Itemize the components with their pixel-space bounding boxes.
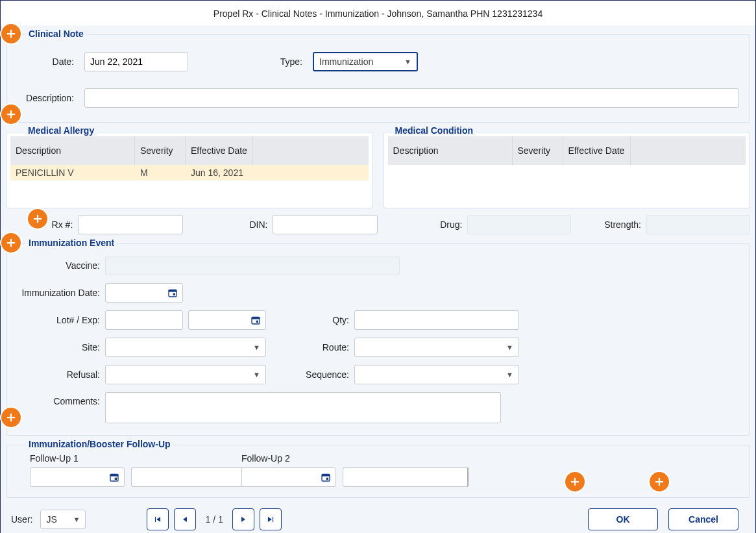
rx-field[interactable]: [78, 215, 183, 234]
table-header: Description Severity Effective Date: [10, 136, 369, 165]
clinical-note-section: Clinical Note Date: Type: Immunization ▼…: [6, 34, 750, 123]
ok-button[interactable]: OK: [588, 508, 658, 530]
drug-label: Drug:: [383, 219, 462, 230]
col-effective-date: Effective Date: [563, 136, 631, 165]
chevron-down-icon: ▼: [506, 343, 513, 351]
f2-num-input[interactable]: [343, 467, 467, 487]
lot-field[interactable]: [105, 310, 183, 330]
table-row[interactable]: PENICILLIN V M Jun 16, 2021: [10, 165, 369, 180]
sequence-label: Sequence:: [271, 369, 349, 380]
cancel-button[interactable]: Cancel: [668, 508, 738, 530]
hotspot-clinical-note[interactable]: [0, 23, 22, 45]
user-select[interactable]: JS ▼: [40, 510, 86, 529]
hotspot-event[interactable]: [0, 232, 22, 254]
f2-date-field[interactable]: [241, 467, 336, 487]
calendar-icon: [320, 471, 332, 483]
col-spacer: [631, 136, 746, 165]
condition-label: Medical Condition: [393, 125, 476, 136]
refusal-select[interactable]: ▼: [105, 365, 266, 384]
date-field[interactable]: [84, 52, 188, 71]
type-label: Type:: [225, 56, 302, 67]
svg-rect-17: [110, 474, 118, 476]
route-select[interactable]: ▼: [354, 338, 519, 357]
comments-label: Comments:: [17, 392, 100, 406]
col-description: Description: [10, 136, 135, 165]
svg-marker-28: [184, 517, 188, 522]
svg-rect-9: [169, 290, 177, 291]
f2-label: Follow-Up 2: [241, 453, 414, 464]
cell-effective-date: Jun 16, 2021: [186, 167, 253, 178]
svg-rect-20: [322, 474, 330, 476]
comments-field[interactable]: [105, 392, 501, 423]
svg-rect-21: [326, 478, 328, 480]
followup-section: Immunization/Booster Follow-Up Follow-Up…: [6, 445, 750, 498]
drug-field: [467, 215, 571, 234]
nav-first-button[interactable]: [147, 508, 169, 530]
svg-rect-18: [115, 478, 117, 480]
col-severity: Severity: [135, 136, 186, 165]
svg-rect-12: [252, 317, 260, 319]
site-select[interactable]: ▼: [105, 338, 266, 357]
f2-num-stepper[interactable]: ▲ ▼: [343, 467, 414, 487]
pager-text: 1 / 1: [201, 514, 226, 525]
strength-field: [646, 215, 750, 234]
chevron-down-icon: ▼: [253, 343, 260, 351]
route-label: Route:: [271, 342, 349, 353]
hotspot-allergy[interactable]: [0, 103, 22, 125]
condition-table: Description Severity Effective Date: [388, 136, 746, 204]
clinical-note-label: Clinical Note: [26, 29, 86, 39]
svg-marker-30: [268, 517, 272, 522]
footer-row: User: JS ▼ 1 / 1: [6, 498, 750, 533]
site-label: Site:: [17, 342, 100, 353]
imm-date-field[interactable]: [105, 283, 183, 303]
svg-rect-10: [173, 293, 175, 295]
nav-last-button[interactable]: [260, 508, 282, 530]
din-label: DIN:: [188, 219, 267, 230]
f1-date-field[interactable]: [30, 467, 125, 487]
allergy-table: Description Severity Effective Date PENI…: [10, 136, 369, 204]
allergy-label: Medical Allergy: [25, 125, 97, 136]
type-select[interactable]: Immunization ▼: [313, 52, 418, 71]
svg-rect-26: [155, 517, 156, 522]
svg-rect-31: [273, 517, 273, 522]
hotspot-ok[interactable]: [564, 471, 586, 493]
calendar-icon: [250, 314, 262, 326]
user-label: User:: [11, 514, 32, 525]
nav-prev-button[interactable]: [174, 508, 196, 530]
followup-label: Immunization/Booster Follow-Up: [26, 439, 173, 449]
rx-din-row: Rx #: DIN: Drug: Strength:: [6, 208, 750, 234]
calendar-icon: [108, 471, 120, 483]
description-field[interactable]: [84, 88, 739, 108]
table-header: Description Severity Effective Date: [388, 136, 746, 165]
strength-label: Strength:: [576, 219, 641, 230]
din-field[interactable]: [273, 215, 378, 234]
description-label: Description:: [17, 93, 74, 103]
hotspot-rx[interactable]: [27, 208, 49, 230]
qty-field[interactable]: [354, 310, 519, 330]
user-value: JS: [46, 514, 56, 525]
svg-rect-13: [256, 321, 258, 323]
col-description: Description: [388, 136, 513, 165]
qty-label: Qty:: [271, 315, 349, 325]
refusal-label: Refusal:: [17, 369, 100, 380]
event-section: Immunization Event Vaccine: Immunization…: [6, 243, 750, 436]
window-title: Propel Rx - Clinical Notes - Immunizatio…: [1, 1, 755, 25]
lot-label: Lot# / Exp:: [17, 315, 100, 325]
chevron-down-icon: ▼: [506, 371, 513, 378]
sequence-select[interactable]: ▼: [354, 365, 519, 384]
col-spacer: [253, 136, 369, 165]
nav-next-button[interactable]: [232, 508, 254, 530]
svg-marker-27: [157, 517, 161, 522]
type-select-value: Immunization: [319, 56, 373, 67]
svg-marker-29: [241, 517, 245, 522]
imm-date-label: Immunization Date:: [17, 288, 100, 298]
vaccine-field: [105, 256, 400, 275]
hotspot-followup[interactable]: [0, 406, 22, 428]
chevron-down-icon: ▼: [73, 515, 80, 523]
chevron-down-icon: ▼: [404, 58, 411, 66]
exp-date-field[interactable]: [188, 310, 266, 330]
hotspot-cancel[interactable]: [648, 471, 670, 493]
col-effective-date: Effective Date: [186, 136, 253, 165]
window: Propel Rx - Clinical Notes - Immunizatio…: [0, 0, 756, 533]
f1-num-stepper[interactable]: ▲ ▼: [131, 467, 202, 487]
